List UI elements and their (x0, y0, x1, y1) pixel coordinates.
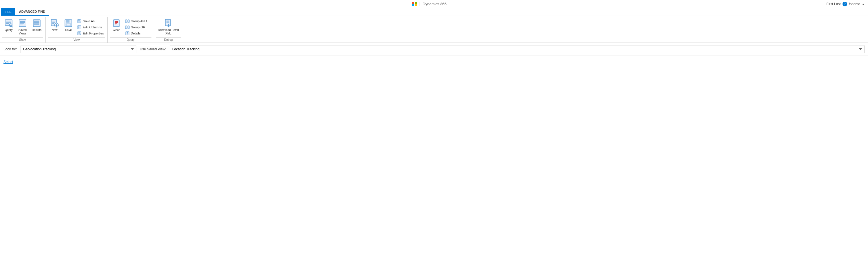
save-as-button[interactable]: Save As (76, 18, 105, 24)
user-username: fsdemo (849, 2, 860, 6)
edit-columns-icon (77, 25, 82, 30)
svg-rect-56 (128, 26, 129, 29)
tab-file[interactable]: FILE (1, 8, 15, 16)
view-stacked-buttons: Save As (76, 18, 105, 37)
edit-columns-label: Edit Columns (83, 26, 102, 29)
debug-group-items: Download Fetch XML (156, 17, 181, 37)
details-label: Details (131, 32, 141, 35)
svg-rect-58 (126, 32, 129, 35)
ribbon-group-debug: Download Fetch XML Debug (154, 17, 183, 42)
show-group-label: Show (2, 37, 43, 42)
clear-label: Clear (113, 28, 120, 32)
top-bar-center: | Dynamics 365 (412, 2, 446, 6)
user-chevron-icon[interactable]: ▲ (862, 3, 865, 5)
view-group-layout: New Save (48, 17, 105, 37)
ribbon-content: Query Saved Views (0, 16, 868, 42)
group-and-button[interactable]: Group AND (124, 18, 151, 24)
edit-properties-label: Edit Properties (83, 32, 104, 35)
edit-columns-button[interactable]: Edit Columns (76, 24, 105, 30)
edit-properties-button[interactable]: Edit Properties (76, 30, 105, 36)
debug-group-label: Debug (156, 37, 181, 42)
query-group-label: Query (110, 37, 151, 42)
new-icon (50, 19, 59, 28)
group-or-button[interactable]: Group OR (124, 24, 151, 30)
new-label: New (52, 28, 57, 32)
show-group-items: Query Saved Views (2, 17, 43, 37)
svg-rect-28 (66, 20, 69, 23)
svg-rect-47 (114, 20, 119, 27)
lookup-bar: Look for: Geolocation Tracking Use Saved… (0, 43, 868, 56)
svg-rect-32 (78, 20, 80, 21)
app-name: Dynamics 365 (423, 2, 446, 6)
clear-button[interactable]: Clear (110, 18, 123, 33)
clear-icon (112, 19, 121, 28)
ribbon-group-show: Query Saved Views (0, 17, 46, 42)
svg-rect-0 (5, 20, 12, 26)
view-group-label: View (48, 37, 105, 42)
ribbon-group-view: New Save (46, 17, 107, 42)
top-bar: | Dynamics 365 First Last ? fsdemo ▲ (0, 0, 868, 8)
svg-rect-30 (67, 24, 70, 26)
query-button[interactable]: Query (2, 18, 15, 33)
save-button[interactable]: Save (62, 18, 75, 33)
save-label: Save (65, 28, 72, 32)
query-group-layout: Clear Group AND (110, 17, 151, 37)
ribbon: FILE ADVANCED FIND (0, 8, 868, 43)
edit-properties-icon (77, 31, 82, 36)
svg-rect-6 (19, 20, 26, 27)
results-button[interactable]: Results (30, 18, 43, 33)
filter-row: Select (3, 58, 865, 66)
use-saved-view-select[interactable]: Location Tracking (170, 45, 865, 53)
query-label: Query (5, 28, 12, 32)
saved-views-label: Saved Views (19, 28, 27, 35)
ribbon-group-query: Clear Group AND (108, 17, 154, 42)
query-icon (4, 19, 13, 28)
select-link[interactable]: Select (3, 60, 13, 64)
group-and-icon (125, 19, 130, 24)
look-for-label: Look for: (3, 47, 17, 51)
help-icon[interactable]: ? (842, 2, 847, 6)
saved-views-button[interactable]: Saved Views (16, 18, 29, 36)
details-icon (125, 31, 130, 36)
svg-point-59 (127, 32, 128, 33)
look-for-select[interactable]: Geolocation Tracking (21, 45, 136, 53)
save-icon (64, 19, 73, 28)
top-bar-separator: | (419, 2, 421, 6)
tab-advanced-find[interactable]: ADVANCED FIND (15, 8, 49, 16)
download-fetch-xml-label: Download Fetch XML (158, 28, 179, 35)
main-content: Select (0, 56, 868, 68)
save-as-label: Save As (83, 20, 94, 23)
download-fetch-xml-button[interactable]: Download Fetch XML (156, 18, 181, 36)
new-button[interactable]: New (48, 18, 61, 33)
user-area: First Last ? fsdemo ▲ (826, 2, 865, 6)
query-stacked-buttons: Group AND Group OR (124, 18, 151, 37)
svg-rect-55 (125, 26, 127, 29)
use-saved-view-label: Use Saved View: (140, 47, 166, 51)
ribbon-tabs: FILE ADVANCED FIND (0, 8, 868, 16)
saved-views-icon (18, 19, 27, 28)
group-or-icon (125, 25, 130, 30)
results-icon (32, 19, 41, 28)
group-or-label: Group OR (131, 26, 145, 29)
download-fetch-xml-icon (164, 19, 173, 28)
svg-rect-33 (78, 22, 81, 23)
microsoft-logo (412, 2, 417, 6)
details-button[interactable]: Details (124, 30, 151, 36)
results-label: Results (32, 28, 41, 32)
svg-line-5 (12, 26, 13, 27)
user-name: First Last (826, 2, 840, 6)
group-and-label: Group AND (131, 20, 147, 23)
save-as-icon (77, 19, 82, 24)
